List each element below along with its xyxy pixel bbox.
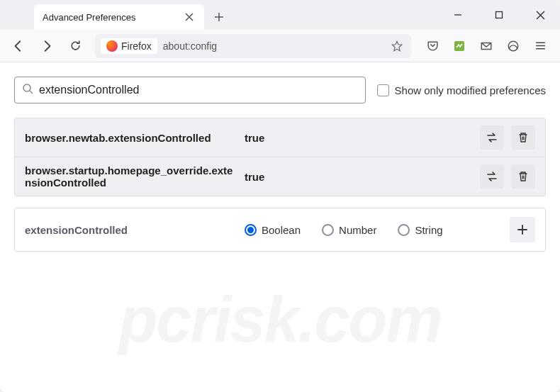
search-input[interactable]: [39, 84, 358, 96]
pref-table: browser.newtab.extensionControlled true …: [14, 118, 546, 196]
create-pref-row: extensionControlled Boolean Number Strin…: [15, 208, 545, 251]
svg-point-2: [508, 41, 518, 51]
identity-badge[interactable]: Firefox: [101, 38, 157, 54]
pref-actions: [480, 125, 535, 150]
minimize-button[interactable]: [444, 4, 472, 26]
titlebar: Advanced Preferences: [0, 0, 560, 30]
search-icon: [22, 83, 33, 97]
pref-name: browser.startup.homepage_override.extens…: [25, 164, 245, 189]
browser-tab-active[interactable]: Advanced Preferences: [34, 4, 204, 30]
type-radio-number[interactable]: Number: [322, 224, 376, 236]
pref-name: browser.newtab.extensionControlled: [25, 132, 245, 144]
bookmark-star-icon[interactable]: [388, 40, 405, 52]
checkbox-label: Show only modified preferences: [395, 84, 546, 96]
toolbar-right: [420, 35, 553, 57]
forward-button[interactable]: [35, 35, 58, 57]
browser-window: Advanced Preferences: [0, 0, 560, 392]
radio-icon: [322, 224, 334, 236]
tab-title: Advanced Preferences: [43, 12, 183, 23]
back-button[interactable]: [7, 35, 30, 57]
brand-label: Firefox: [121, 40, 152, 52]
pref-value: true: [245, 171, 480, 183]
add-pref-button[interactable]: [510, 217, 535, 242]
radio-label: Boolean: [262, 224, 301, 236]
toggle-button[interactable]: [480, 125, 504, 150]
svg-rect-0: [496, 12, 503, 18]
type-options: Boolean Number String: [245, 224, 510, 236]
search-box[interactable]: [14, 77, 366, 103]
create-pref-block: extensionControlled Boolean Number Strin…: [14, 208, 546, 252]
delete-button[interactable]: [511, 164, 535, 189]
new-tab-button[interactable]: [208, 6, 230, 28]
url-text: about:config: [163, 40, 383, 52]
radio-label: Number: [339, 224, 376, 236]
radio-icon: [398, 224, 410, 236]
radio-icon: [245, 224, 257, 236]
page-content: Show only modified preferences browser.n…: [0, 62, 560, 266]
mail-icon[interactable]: [476, 35, 496, 57]
svg-point-3: [23, 84, 30, 91]
create-pref-name: extensionControlled: [25, 224, 245, 236]
pref-row: browser.startup.homepage_override.extens…: [15, 157, 545, 196]
watermark: pcrisk.com: [0, 284, 560, 357]
reload-button[interactable]: [64, 35, 86, 57]
delete-button[interactable]: [511, 125, 535, 150]
window-controls: [444, 0, 554, 30]
extension-icon[interactable]: [449, 35, 469, 57]
maximize-button[interactable]: [485, 4, 513, 26]
close-window-button[interactable]: [526, 4, 554, 26]
type-radio-boolean[interactable]: Boolean: [245, 224, 301, 236]
hamburger-menu-icon[interactable]: [530, 35, 550, 57]
pref-value: true: [245, 132, 480, 144]
firefox-icon: [106, 40, 118, 52]
checkbox-icon: [377, 84, 389, 96]
navigation-toolbar: Firefox about:config: [0, 30, 560, 62]
type-radio-string[interactable]: String: [398, 224, 442, 236]
pocket-icon[interactable]: [422, 35, 442, 57]
pref-actions: [480, 164, 535, 189]
account-icon[interactable]: [503, 35, 523, 57]
modified-only-checkbox[interactable]: Show only modified preferences: [377, 84, 546, 96]
address-bar[interactable]: Firefox about:config: [95, 34, 411, 58]
radio-label: String: [415, 224, 442, 236]
close-tab-icon[interactable]: [183, 11, 196, 23]
search-row: Show only modified preferences: [14, 77, 546, 103]
pref-row: browser.newtab.extensionControlled true: [15, 118, 545, 157]
toggle-button[interactable]: [480, 164, 504, 189]
